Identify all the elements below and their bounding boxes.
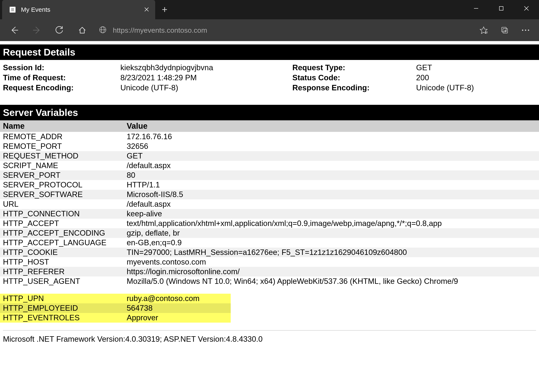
table-row: SCRIPT_NAME/default.aspx xyxy=(0,161,539,170)
cell-value: Approver xyxy=(127,313,228,322)
label-status-code: Status Code: xyxy=(292,73,416,82)
cell-name: HTTP_EMPLOYEEID xyxy=(3,304,127,313)
settings-more-button[interactable] xyxy=(515,22,536,38)
maximize-button[interactable] xyxy=(489,0,514,17)
cell-value: HTTP/1.1 xyxy=(127,181,536,189)
table-row: HTTP_ACCEPT_LANGUAGEen-GB,en;q=0.9 xyxy=(0,238,539,248)
cell-value: gzip, deflate, br xyxy=(127,229,536,238)
value-request-encoding: Unicode (UTF-8) xyxy=(120,83,292,92)
cell-value: text/html,application/xhtml+xml,applicat… xyxy=(127,219,536,228)
cell-value: 80 xyxy=(127,171,536,180)
cell-value: Mozilla/5.0 (Windows NT 10.0; Win64; x64… xyxy=(127,277,536,286)
table-row: HTTP_ACCEPTtext/html,application/xhtml+x… xyxy=(0,219,539,228)
cell-name: HTTP_EVENTROLES xyxy=(3,313,127,322)
table-row: REMOTE_ADDR172.16.76.16 xyxy=(0,132,539,142)
cell-value: myevents.contoso.com xyxy=(127,258,536,266)
minimize-button[interactable] xyxy=(463,0,489,17)
cell-value: 32656 xyxy=(127,142,536,151)
table-row: HTTP_HOSTmyevents.contoso.com xyxy=(0,257,539,267)
cell-name: HTTP_ACCEPT_ENCODING xyxy=(3,229,127,238)
request-details-header: Request Details xyxy=(0,44,539,60)
table-row: SERVER_PROTOCOLHTTP/1.1 xyxy=(0,180,539,190)
server-variables-column-header: Name Value xyxy=(0,120,539,132)
value-response-encoding: Unicode (UTF-8) xyxy=(416,83,536,92)
cell-value: Microsoft-IIS/8.5 xyxy=(127,190,536,199)
home-button[interactable] xyxy=(71,22,94,38)
cell-name: SERVER_PROTOCOL xyxy=(3,181,127,189)
value-time-of-request: 8/23/2021 1:48:29 PM xyxy=(120,73,292,82)
table-row: URL/default.aspx xyxy=(0,199,539,209)
svg-point-15 xyxy=(522,29,523,31)
svg-point-16 xyxy=(525,29,526,31)
cell-value: en-GB,en;q=0.9 xyxy=(127,238,536,247)
cell-value: 172.16.76.16 xyxy=(127,132,536,141)
browser-tab[interactable]: My Events xyxy=(2,0,155,19)
cell-name: HTTP_USER_AGENT xyxy=(3,277,127,286)
collections-button[interactable] xyxy=(494,22,515,38)
col-name: Name xyxy=(3,122,127,131)
table-row: REQUEST_METHODGET xyxy=(0,151,539,161)
cell-value: 564738 xyxy=(127,304,228,313)
table-row: HTTP_USER_AGENTMozilla/5.0 (Windows NT 1… xyxy=(0,277,539,286)
label-time-of-request: Time of Request: xyxy=(3,73,120,82)
highlight-row: HTTP_UPNruby.a@contoso.com xyxy=(0,294,231,303)
label-session-id: Session Id: xyxy=(3,63,120,72)
table-row: SERVER_SOFTWAREMicrosoft-IIS/8.5 xyxy=(0,190,539,199)
highlight-row: HTTP_EMPLOYEEID564738 xyxy=(0,303,231,313)
server-variables-rows: REMOTE_ADDR172.16.76.16REMOTE_PORT32656R… xyxy=(0,132,539,286)
label-request-encoding: Request Encoding: xyxy=(3,83,120,92)
cell-value: keep-alive xyxy=(127,209,536,218)
forward-button[interactable] xyxy=(26,22,48,38)
favorite-button[interactable] xyxy=(473,22,494,38)
close-tab-button[interactable] xyxy=(142,6,151,13)
address-bar[interactable]: https://myevents.contoso.com xyxy=(95,22,472,38)
table-row: REMOTE_PORT32656 xyxy=(0,142,539,151)
label-response-encoding: Response Encoding: xyxy=(292,83,416,92)
separator xyxy=(3,330,536,330)
request-details-grid: Session Id: kiekszqbh3dydnpiogvjbvna Req… xyxy=(0,60,539,105)
cell-name: URL xyxy=(3,200,127,209)
cell-value: GET xyxy=(127,152,536,160)
label-request-type: Request Type: xyxy=(292,63,416,72)
window-controls xyxy=(463,0,539,19)
cell-value: TIN=297000; LastMRH_Session=a16276ee; F5… xyxy=(127,248,536,257)
cell-value: /default.aspx xyxy=(127,161,536,170)
titlebar: My Events + xyxy=(0,0,539,19)
cell-name: REQUEST_METHOD xyxy=(3,152,127,160)
cell-value: ruby.a@contoso.com xyxy=(127,294,228,303)
cell-name: REMOTE_PORT xyxy=(3,142,127,151)
value-session-id: kiekszqbh3dydnpiogvjbvna xyxy=(120,63,292,72)
svg-rect-11 xyxy=(502,27,506,32)
table-row: SERVER_PORT80 xyxy=(0,170,539,180)
new-tab-button[interactable]: + xyxy=(155,0,174,19)
table-row: HTTP_ACCEPT_ENCODINGgzip, deflate, br xyxy=(0,228,539,238)
cell-name: HTTP_COOKIE xyxy=(3,248,127,257)
value-request-type: GET xyxy=(416,63,536,72)
cell-value: /default.aspx xyxy=(127,200,536,209)
cell-name: HTTP_ACCEPT_LANGUAGE xyxy=(3,238,127,247)
refresh-button[interactable] xyxy=(48,22,71,38)
back-button[interactable] xyxy=(3,22,26,38)
footer-version: Microsoft .NET Framework Version:4.0.303… xyxy=(0,335,539,352)
globe-icon xyxy=(99,26,106,34)
tab-favicon xyxy=(10,7,15,13)
cell-name: HTTP_REFERER xyxy=(3,267,127,276)
tab-title: My Events xyxy=(21,6,142,13)
table-row: HTTP_CONNECTIONkeep-alive xyxy=(0,209,539,219)
highlighted-variables: HTTP_UPNruby.a@contoso.comHTTP_EMPLOYEEI… xyxy=(0,294,231,323)
cell-name: REMOTE_ADDR xyxy=(3,132,127,141)
svg-rect-3 xyxy=(499,6,503,10)
cell-name: HTTP_CONNECTION xyxy=(3,209,127,218)
browser-toolbar: https://myevents.contoso.com xyxy=(0,19,539,41)
col-value: Value xyxy=(127,122,536,131)
cell-value: https://login.microsoftonline.com/ xyxy=(127,267,536,276)
cell-name: HTTP_UPN xyxy=(3,294,127,303)
page-content: Request Details Session Id: kiekszqbh3dy… xyxy=(0,41,539,352)
server-variables-header: Server Variables xyxy=(0,105,539,120)
cell-name: SCRIPT_NAME xyxy=(3,161,127,170)
highlight-row: HTTP_EVENTROLESApprover xyxy=(0,313,231,323)
cell-name: SERVER_PORT xyxy=(3,171,127,180)
close-window-button[interactable] xyxy=(514,0,539,17)
url-text: https://myevents.contoso.com xyxy=(113,26,207,34)
svg-point-17 xyxy=(528,29,529,31)
